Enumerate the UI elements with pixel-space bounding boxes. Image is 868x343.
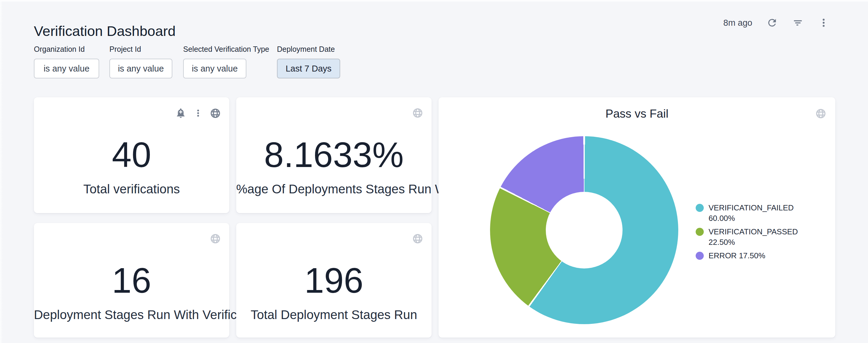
kpi-tile-stages-run-with-verification: 16 Deployment Stages Run With Verificati…: [34, 223, 229, 338]
tile-hover-actions: [175, 107, 221, 120]
kpi-value: 40: [34, 135, 229, 174]
window-left-edge: [0, 0, 3, 343]
kpi-label: Total verifications: [34, 182, 229, 196]
filter-label-project-id: Project Id: [110, 45, 141, 54]
kpi-value: 196: [236, 261, 432, 300]
donut-chart[interactable]: [490, 136, 678, 324]
chart-title: Pass vs Fail: [438, 106, 835, 121]
dashboard-header-actions: 8m ago: [723, 17, 830, 29]
chart-tile-pass-vs-fail: Pass vs Fail VERIFICATION_FAILED 60.00% …: [438, 97, 835, 338]
more-vert-icon[interactable]: [818, 17, 830, 29]
filter-organization-id[interactable]: is any value: [34, 59, 99, 78]
chart-legend: VERIFICATION_FAILED 60.00% VERIFICATION_…: [696, 203, 807, 261]
globe-icon[interactable]: [412, 107, 423, 119]
legend-item-verification-passed[interactable]: VERIFICATION_PASSED 22.50%: [696, 227, 807, 247]
filter-list-icon[interactable]: [792, 17, 804, 29]
kpi-tile-total-stages-run: 196 Total Deployment Stages Run: [236, 223, 432, 338]
page-title: Verification Dashboard: [34, 23, 176, 40]
filter-label-organization-id: Organization Id: [34, 45, 85, 54]
legend-item-verification-failed[interactable]: VERIFICATION_FAILED 60.00%: [696, 203, 807, 224]
legend-label: VERIFICATION_PASSED 22.50%: [709, 227, 807, 247]
legend-label: ERROR 17.50%: [709, 250, 807, 261]
filter-deployment-date[interactable]: Last 7 Days: [277, 59, 340, 78]
dashboard-page: Verification Dashboard 8m ago Organizati…: [0, 0, 868, 343]
globe-icon[interactable]: [210, 233, 221, 245]
filter-label-deployment-date: Deployment Date: [277, 45, 335, 54]
kpi-label: %age Of Deployments Stages Run With V…: [236, 182, 432, 196]
window-top-edge: [0, 0, 868, 1]
legend-label: VERIFICATION_FAILED 60.00%: [709, 203, 807, 224]
kpi-tile-total-verifications: 40 Total verifications: [34, 97, 229, 213]
globe-icon[interactable]: [815, 108, 826, 120]
kpi-tile-pct-stages-with-verification: 8.1633% %age Of Deployments Stages Run W…: [236, 97, 432, 213]
filter-project-id[interactable]: is any value: [110, 59, 172, 78]
legend-bullet: [696, 228, 704, 236]
kpi-label: Total Deployment Stages Run: [236, 308, 432, 322]
globe-icon[interactable]: [210, 108, 221, 120]
globe-icon[interactable]: [412, 233, 423, 245]
filter-verification-type[interactable]: is any value: [183, 59, 246, 78]
kpi-value: 8.1633%: [236, 135, 432, 174]
kpi-label: Deployment Stages Run With Verification: [34, 308, 229, 322]
legend-bullet: [696, 204, 704, 212]
legend-bullet: [696, 252, 704, 260]
more-vert-icon[interactable]: [194, 108, 203, 119]
kpi-value: 16: [34, 261, 229, 300]
legend-item-error[interactable]: ERROR 17.50%: [696, 250, 807, 261]
filter-label-verification-type: Selected Verification Type: [183, 45, 269, 54]
add-alert-icon[interactable]: [175, 107, 186, 120]
refresh-icon[interactable]: [766, 17, 778, 29]
last-refresh-label: 8m ago: [723, 18, 752, 28]
